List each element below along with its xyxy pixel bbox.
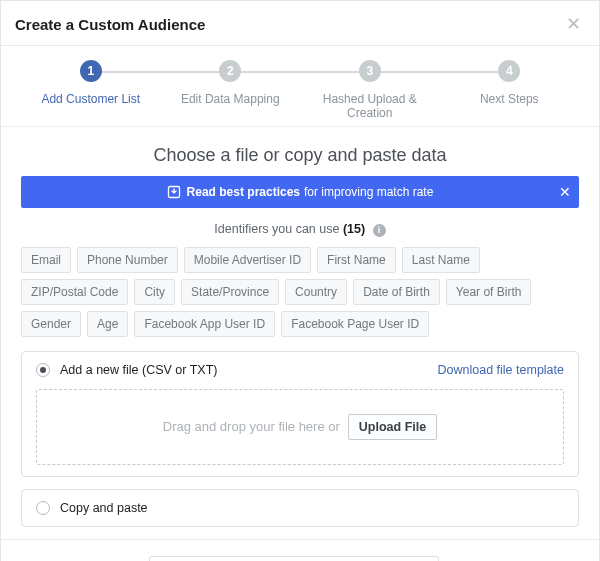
- identifier-tag[interactable]: Year of Birth: [446, 279, 532, 305]
- upload-file-button[interactable]: Upload File: [348, 414, 437, 440]
- step-label: Edit Data Mapping: [181, 92, 280, 106]
- identifier-tag[interactable]: First Name: [317, 247, 396, 273]
- option-add-file: Add a new file (CSV or TXT) Download fil…: [21, 351, 579, 477]
- modal: Create a Custom Audience ✕ 1 Add Custome…: [0, 0, 600, 561]
- read-best-practices-bar[interactable]: Read best practices for improving match …: [21, 176, 579, 208]
- drop-text: Drag and drop your file here or: [163, 419, 340, 434]
- step-label: Next Steps: [480, 92, 539, 106]
- modal-title: Create a Custom Audience: [15, 16, 205, 33]
- choose-title: Choose a file or copy and paste data: [21, 145, 579, 166]
- identifier-tag[interactable]: Email: [21, 247, 71, 273]
- step-1[interactable]: 1 Add Customer List: [21, 60, 161, 106]
- download-template-link[interactable]: Download file template: [438, 363, 564, 377]
- step-3[interactable]: 3 Hashed Upload & Creation: [300, 60, 440, 120]
- option-copy-paste[interactable]: Copy and paste: [21, 489, 579, 527]
- step-circle: 4: [498, 60, 520, 82]
- option-add-label: Add a new file (CSV or TXT): [60, 363, 217, 377]
- read-rest: for improving match rate: [304, 185, 433, 199]
- close-icon[interactable]: ✕: [562, 11, 585, 37]
- identifier-tag[interactable]: State/Province: [181, 279, 279, 305]
- dismiss-bar-icon[interactable]: ✕: [559, 176, 571, 208]
- identifier-tag[interactable]: Mobile Advertiser ID: [184, 247, 311, 273]
- identifier-tag[interactable]: Gender: [21, 311, 81, 337]
- identifier-tag[interactable]: ZIP/Postal Code: [21, 279, 128, 305]
- identifier-tag[interactable]: Date of Birth: [353, 279, 440, 305]
- step-circle: 2: [219, 60, 241, 82]
- identifier-tag[interactable]: Facebook App User ID: [134, 311, 275, 337]
- identifier-tag[interactable]: Age: [87, 311, 128, 337]
- identifier-tag[interactable]: Country: [285, 279, 347, 305]
- step-label: Hashed Upload & Creation: [300, 92, 440, 120]
- option-paste-label: Copy and paste: [60, 501, 148, 515]
- step-2[interactable]: 2 Edit Data Mapping: [161, 60, 301, 106]
- info-icon[interactable]: i: [373, 224, 386, 237]
- audience-name-row: Audience name Show description: [1, 539, 599, 562]
- identifier-tags: Email Phone Number Mobile Advertiser ID …: [21, 247, 579, 337]
- import-icon: [167, 185, 181, 199]
- content: Choose a file or copy and paste data Rea…: [1, 127, 599, 527]
- option-add-head[interactable]: Add a new file (CSV or TXT) Download fil…: [36, 363, 564, 377]
- step-label: Add Customer List: [41, 92, 140, 106]
- identifier-tag[interactable]: Phone Number: [77, 247, 178, 273]
- read-bold: Read best practices: [187, 185, 300, 199]
- audience-name-input[interactable]: [149, 556, 439, 562]
- identifier-tag[interactable]: Last Name: [402, 247, 480, 273]
- identifier-tag[interactable]: City: [134, 279, 175, 305]
- idents-prefix: Identifiers you can use: [214, 222, 343, 236]
- radio-copy-paste[interactable]: [36, 501, 50, 515]
- step-circle: 3: [359, 60, 381, 82]
- modal-header: Create a Custom Audience ✕: [1, 1, 599, 46]
- idents-count: (15): [343, 222, 365, 236]
- step-circle: 1: [80, 60, 102, 82]
- stepper: 1 Add Customer List 2 Edit Data Mapping …: [1, 46, 599, 127]
- identifier-tag[interactable]: Facebook Page User ID: [281, 311, 429, 337]
- file-dropzone[interactable]: Drag and drop your file here or Upload F…: [36, 389, 564, 465]
- step-4[interactable]: 4 Next Steps: [440, 60, 580, 106]
- identifiers-line: Identifiers you can use (15) i: [21, 222, 579, 237]
- radio-add-file[interactable]: [36, 363, 50, 377]
